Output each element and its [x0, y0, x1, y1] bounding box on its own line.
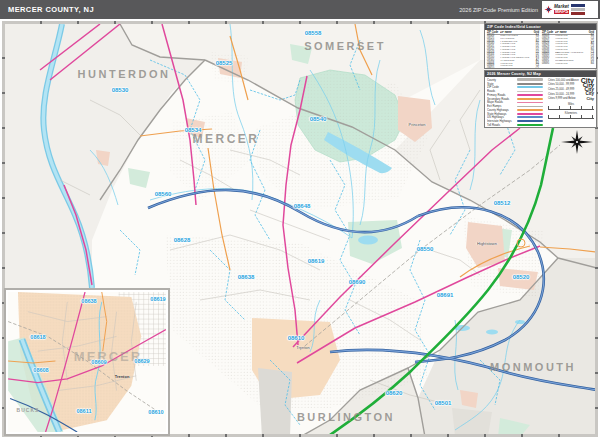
inset-zip-code-label: 08629 — [134, 358, 149, 364]
inset-zip-code-label: 08610 — [148, 409, 163, 415]
inset-zip-code-label: 08638 — [81, 298, 96, 304]
inset-zip-code-label: 08618 — [30, 334, 45, 340]
legend-box: 2026 Mercer County, NJ Map County State … — [484, 70, 597, 128]
marketmaps-logo: Market MAPS — [542, 1, 598, 18]
zip-index-left-column: ZIP Code ZIP Name Grid 08520HIGHTSTOWNE4… — [487, 31, 539, 69]
inset-zip-code-label: 08619 — [150, 296, 165, 302]
inset-canvas: MERCER BUCKS 086380861908618086090862908… — [8, 292, 166, 432]
inset-neighbor-county-label: BUCKS — [17, 407, 40, 413]
scale-kilometers: Kilometers — [548, 112, 594, 119]
logo-side-blocks — [571, 4, 585, 15]
zip-index-right-column: ZIP Code ZIP Name Grid 08618TRENTONB4 08… — [542, 31, 594, 69]
inset-zip-code-label: 08609 — [91, 359, 106, 365]
title-bar: MERCER COUNTY, NJ 2026 ZIP Code Premium … — [0, 0, 600, 19]
page-title: MERCER COUNTY, NJ — [8, 5, 94, 14]
logo-star-icon — [544, 5, 553, 14]
zip-index-row: 08695TRENTONB4 — [542, 63, 594, 66]
edition-label: 2026 ZIP Code Premium Edition — [459, 7, 538, 13]
inset-county-watermark: MERCER — [74, 349, 142, 364]
map-page: MERCER COUNTY, NJ 2026 ZIP Code Premium … — [0, 0, 600, 439]
legend-line-items: County State ZIP Code Roads Primary Road… — [487, 78, 545, 127]
scale-miles: Miles — [548, 103, 594, 110]
scale-bar-km — [548, 115, 594, 119]
zip-index-box: ZIP Code Index/Grid Locator ZIP Code ZIP… — [484, 23, 597, 69]
logo-wordmark: Market MAPS — [554, 5, 569, 14]
col-zip-name: ZIP Name — [500, 31, 532, 34]
compass-rose-icon — [560, 125, 594, 159]
col-zip-name: ZIP Name — [555, 31, 587, 34]
trenton-inset-map: MERCER BUCKS 086380861908618086090862908… — [4, 288, 170, 436]
scale-bar-miles — [548, 106, 594, 110]
legend-city-items: Cities 100,000 and AboveCity Cities 50,0… — [548, 78, 594, 127]
inset-zip-code-label: 08611 — [77, 408, 92, 414]
legend-row: Toll Roads — [487, 123, 545, 127]
logo-word-maps: MAPS — [554, 10, 569, 15]
zip-index-row: 08610TRENTONC5 — [487, 68, 539, 69]
inset-zip-code-label: 08608 — [33, 367, 48, 373]
inset-city-label: Trenton — [115, 374, 130, 379]
legend-city-row: Cities 9,999 and BelowCity — [548, 96, 594, 101]
